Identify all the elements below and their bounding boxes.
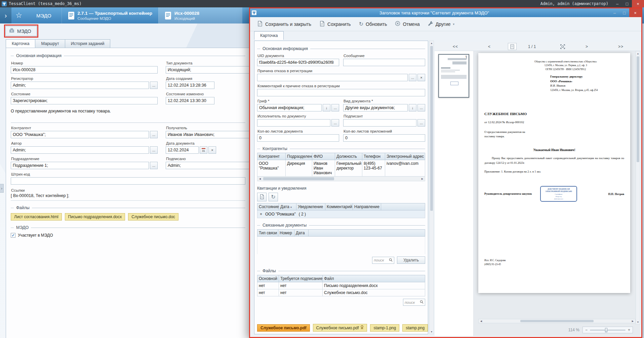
executor-field[interactable] [257,119,330,127]
uid-field[interactable]: f3aeb6fa-d225-4d4e-92f3-d990f0a260f8 [257,59,339,66]
refusal-field[interactable] [257,74,408,81]
header-cell[interactable]: Дата ▾ [279,203,296,210]
scroll-down-icon[interactable]: ▼ [431,330,433,334]
partner-lookup-button[interactable]: ... [150,131,158,138]
kind-field[interactable]: Другие виды документов; [343,104,408,111]
file-row[interactable]: нет нет Служебное письмо.doc [257,289,425,296]
doc-date-field[interactable]: 12.02.2024 [166,146,199,154]
save-close-button[interactable]: Сохранить и закрыть [253,18,315,30]
refusal-comment-field[interactable] [257,89,425,96]
header-cell[interactable]: Тип связи [257,230,278,237]
side-panel-expander[interactable]: › [0,184,4,193]
signer-field[interactable] [343,119,416,127]
subject-field[interactable]: О предоставлении документов на поставку … [11,109,245,123]
header-cell[interactable]: Номер [278,230,294,237]
zoom-out-button[interactable]: − [585,328,588,332]
scroll-down-icon[interactable]: ▼ [637,320,639,324]
tab-card[interactable]: Карточка [6,39,35,48]
department-field[interactable]: Подразделение 1; [11,162,149,169]
scroll-thumb[interactable] [520,320,594,322]
refresh-button[interactable]: ↻ Обновить [355,19,391,29]
file-chip[interactable]: Письмо подразделения.docx [65,213,125,221]
preview-vscrollbar[interactable]: ▲ ▼ [636,51,640,325]
grif-field[interactable]: Обычная информация; [257,104,322,111]
contractors-hscrollbar[interactable]: ◀ ▶ [257,177,425,181]
preview-hscrollbar[interactable]: ◀ ▶ [478,319,636,323]
header-cell[interactable]: Подразделение [286,153,312,160]
author-lookup-button[interactable]: ... [150,146,158,154]
scroll-up-icon[interactable]: ▲ [431,41,433,45]
scroll-thumb[interactable] [430,46,433,211]
linked-delete-button[interactable]: Удалить [397,256,425,264]
header-cell[interactable]: Телефон [362,153,385,160]
tab-transport-container[interactable]: 2.7.1 — Транспортный контейнерСообщение … [62,7,158,23]
workspace-chip-medo[interactable]: МЭДО [5,26,37,36]
kind-lookup-button[interactable]: ... [417,104,425,111]
fit-screen-button[interactable] [558,42,567,51]
header-cell[interactable]: Комментарий [325,203,353,210]
header-cell[interactable]: Контрагент [257,153,286,160]
minimize-button[interactable]: – [612,0,622,7]
partner-field[interactable]: ООО "Ромашка"; [11,131,149,138]
contractor-row[interactable]: ООО "Ромашка" Дирекция Иванов Иван Ивано… [257,160,425,177]
maximize-button[interactable]: □ [622,0,632,7]
header-cell[interactable]: ФИО [312,153,335,160]
author-field[interactable]: Admin; [11,146,149,154]
links-field[interactable]: [ Вх-000018, Тест контейнер ]; [11,193,245,201]
signer-lookup-button[interactable]: ... [417,119,425,127]
signed-field[interactable]: Admin; [166,162,250,169]
dialog-minimize-button[interactable]: – [610,8,619,17]
file-chip-signed[interactable]: Служебное письмо.pdf [313,324,367,332]
sheets-app-field[interactable]: 0 [343,134,425,142]
header-cell[interactable]: Электронный адрес [385,153,425,160]
save-button[interactable]: Сохранить [316,18,355,30]
file-chip[interactable]: stamp-1.png [370,324,399,332]
dialog-maximize-button[interactable]: □ [619,8,629,17]
doc-date-clear-button[interactable]: × [208,146,216,154]
file-chip[interactable]: Служебное письмо.doc [128,213,178,221]
kind-select-button[interactable]: ↓ [409,104,416,111]
scroll-right-icon[interactable]: ▶ [420,178,425,180]
scroll-left-icon[interactable]: ◀ [257,178,263,180]
tab-outgoing-document[interactable]: Исх-000028Исходящий [158,7,242,23]
executor-lookup-button[interactable]: ... [331,119,339,127]
receipts-refresh-button[interactable]: ↻ [269,193,278,201]
last-page-button[interactable]: >> [616,42,626,51]
grif-lookup-button[interactable]: ... [331,104,339,111]
next-page-button[interactable]: > [583,42,590,51]
header-cell[interactable]: Состояние [257,203,279,210]
file-chip-selected[interactable]: Служебное письмо.pdf [257,324,310,332]
expand-icon[interactable]: + [260,212,262,216]
first-page-button[interactable]: << [451,42,460,51]
scroll-left-icon[interactable]: ◀ [479,320,484,323]
medo-checkbox[interactable]: ✓ [11,233,15,238]
close-button[interactable]: × [632,0,644,7]
others-button[interactable]: Другие ▾ [424,18,458,30]
scroll-thumb[interactable] [637,56,639,162]
tab-task-history[interactable]: История заданий [65,39,111,48]
registrar-lookup-button[interactable]: ... [150,82,158,89]
files-search-input[interactable]: поиск [403,299,425,306]
recipient-field[interactable]: Иванов Иван Иванович; [166,131,250,138]
header-cell[interactable]: Направление [353,203,381,210]
scroll-up-icon[interactable]: ▲ [637,51,639,56]
doc-date-calendar-button[interactable]: 31 [200,146,207,154]
page-thumbnail[interactable]: 1 [438,54,469,98]
file-chip[interactable]: Лист согласования.html [11,213,62,221]
sheets-doc-field[interactable]: 0 [257,134,339,142]
state-changed-field[interactable]: 12.02.2024 13:30:30 [166,97,214,104]
doc-type-field[interactable]: Исходящий; [166,66,250,74]
header-cell[interactable]: Дата [294,230,309,237]
workspace-tab-medo[interactable]: МЭДО [26,7,62,23]
form-vscrollbar[interactable]: ▲ ▼ [429,41,434,334]
header-cell[interactable]: Файл [323,275,425,282]
linked-search-input[interactable]: поиск [372,257,394,264]
zoom-slider[interactable]: − + [582,327,633,333]
message-field[interactable] [343,59,425,66]
refusal-clear-button[interactable]: × [417,74,425,81]
state-field[interactable]: Зарегистрирован; [11,97,158,104]
tab-route[interactable]: Маршрут [35,39,65,48]
receipts-report-button[interactable] [257,193,267,201]
zoom-in-button[interactable]: + [628,328,630,332]
header-cell[interactable]: Основной [257,275,279,282]
